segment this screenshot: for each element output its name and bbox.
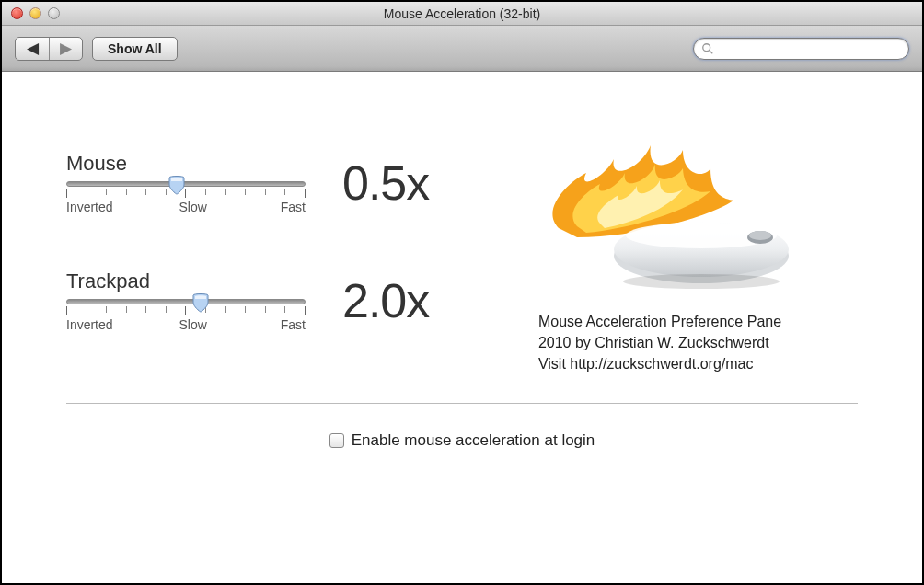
trackpad-slider-block: Trackpad Inverted Slow Fast <box>66 270 462 332</box>
flaming-mouse-icon <box>522 127 798 292</box>
mouse-value: 0.5x <box>342 155 429 211</box>
window-controls <box>11 7 60 19</box>
mouse-tick-left: Inverted <box>66 200 113 214</box>
mouse-tick-mid: Slow <box>179 200 207 214</box>
search-input[interactable] <box>718 41 901 55</box>
divider <box>66 403 858 404</box>
nav-buttons: ◀ ▶ <box>15 37 83 61</box>
trackpad-slider-tick-labels: Inverted Slow Fast <box>66 317 306 332</box>
show-all-button[interactable]: Show All <box>92 37 178 61</box>
credit-text: Mouse Acceleration Preference Pane 2010 … <box>538 311 781 375</box>
trackpad-slider[interactable]: Inverted Slow Fast <box>66 299 306 332</box>
credit-line2: 2010 by Christian W. Zuckschwerdt <box>538 332 781 353</box>
login-checkbox[interactable] <box>329 433 344 448</box>
trackpad-value: 2.0x <box>342 273 429 328</box>
right-column: Mouse Acceleration Preference Pane 2010 … <box>462 127 858 375</box>
credit-line3: Visit http://zuckschwerdt.org/mac <box>538 353 781 374</box>
content-area: Mouse Inverted Slow Fast <box>2 72 922 450</box>
search-icon <box>701 42 714 55</box>
trackpad-slider-thumb[interactable] <box>191 293 210 314</box>
toolbar: ◀ ▶ Show All <box>2 26 922 72</box>
back-button[interactable]: ◀ <box>16 38 49 60</box>
trackpad-tick-left: Inverted <box>66 317 113 332</box>
credit-line1: Mouse Acceleration Preference Pane <box>538 311 781 332</box>
trackpad-slider-ticks <box>66 306 306 315</box>
back-icon: ◀ <box>27 40 39 56</box>
mouse-tick-right: Fast <box>281 200 306 214</box>
zoom-window-button[interactable] <box>48 7 60 19</box>
trackpad-tick-mid: Slow <box>179 317 207 332</box>
minimize-window-button[interactable] <box>29 7 41 19</box>
svg-point-5 <box>623 274 780 289</box>
trackpad-tick-right: Fast <box>281 317 306 332</box>
login-checkbox-row[interactable]: Enable mouse acceleration at login <box>66 431 858 450</box>
mouse-slider[interactable]: Inverted Slow Fast <box>66 181 306 214</box>
svg-line-1 <box>710 50 713 53</box>
login-checkbox-label: Enable mouse acceleration at login <box>352 431 595 450</box>
search-field-wrap[interactable] <box>693 38 909 60</box>
window-title: Mouse Acceleration (32-bit) <box>2 6 922 21</box>
mouse-slider-thumb[interactable] <box>167 176 186 196</box>
forward-icon: ▶ <box>60 40 72 56</box>
mouse-slider-tick-labels: Inverted Slow Fast <box>66 200 306 214</box>
mouse-slider-ticks <box>66 189 306 198</box>
close-window-button[interactable] <box>11 7 23 19</box>
titlebar: Mouse Acceleration (32-bit) <box>2 2 922 26</box>
svg-point-0 <box>703 43 710 51</box>
mouse-slider-block: Mouse Inverted Slow Fast <box>66 152 462 214</box>
forward-button[interactable]: ▶ <box>49 38 82 60</box>
